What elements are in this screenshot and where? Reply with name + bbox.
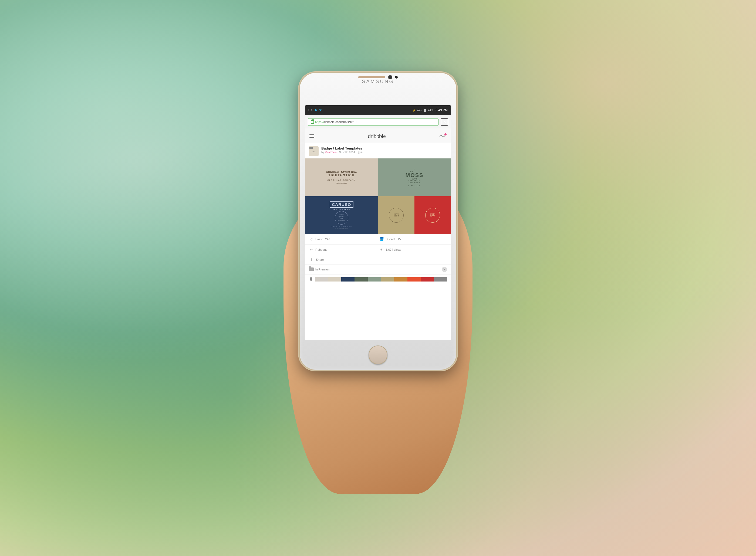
hamburger-icon[interactable] (309, 134, 314, 138)
bucket-action[interactable]: 🪣 Bucket 15 (379, 237, 447, 242)
front-camera (388, 75, 392, 79)
like-bucket-row[interactable]: ♡ Like? 247 🪣 Bucket 15 (305, 234, 451, 245)
status-bar: f ⬆ 🐦 🐦 ⚡ WiFi ▐▌ 44% 8:49 PM (305, 105, 451, 115)
badge-cell-griffin: GRIFFINKNIGHT (378, 196, 414, 234)
palette-row (305, 275, 451, 284)
rebound-icon: ↩ (309, 247, 314, 252)
status-icons-right: ⚡ WiFi ▐▌ 44% 8:49 PM (412, 108, 448, 112)
badge-text-caruso: CARUSO HERITAGE DENIM GOODQUALITY1978AUT… (330, 201, 353, 229)
scene: SAMSUNG f ⬆ 🐦 🐦 (0, 0, 756, 556)
premium-row[interactable]: in Premium ✕ (305, 265, 451, 275)
status-icons-left: f ⬆ 🐦 🐦 (308, 109, 412, 111)
tight-label: ORIGINAL DENIM USA (326, 171, 357, 174)
share-icon: ⬆ (309, 257, 314, 262)
phone-top-bar (351, 73, 405, 79)
like-action[interactable]: ♡ Like? 247 (309, 237, 377, 242)
views-action: 👁 1,674 views (379, 247, 447, 252)
badge-cell-tight-stich: ORIGINAL DENIM USA TIGHT✂STICH CLOTHING … (305, 159, 378, 196)
moss-sub1: HANDMADE (406, 180, 424, 182)
hamburger-line-2 (309, 136, 314, 136)
premium-close-btn[interactable]: ✕ (442, 267, 447, 272)
share-label: Share (316, 258, 324, 261)
swatch-5 (368, 277, 381, 281)
svg-text:RAUL: RAUL (312, 151, 316, 152)
griffin-text: GRIFFINKNIGHT (394, 213, 399, 217)
caruso-circle-text: GOODQUALITY1978AUTHENTIC (338, 214, 346, 221)
moss-num: 2 (406, 168, 424, 171)
hagen-circle: HAGENSUPPLY (425, 208, 440, 223)
phone-hand-wrapper: SAMSUNG f ⬆ 🐦 🐦 (256, 62, 500, 494)
shot-title: Badge / Label Templates (321, 146, 447, 150)
shot-date: Nov 22, 2014 (339, 151, 355, 154)
hagen-content: HAGENSUPPLY (425, 208, 440, 223)
shot-content[interactable]: RAUL Badge / Label Templates by Raul Tac… (305, 143, 451, 340)
lock-icon (311, 120, 314, 124)
bucket-count: 15 (398, 238, 401, 241)
rebound-label: Rebound (315, 248, 328, 251)
shot-meta: by Raul Taciu Nov 22, 2014 | @2x (321, 151, 447, 154)
home-button[interactable] (369, 345, 387, 364)
moss-brand: MOSS (406, 172, 424, 178)
like-label: Like? (315, 238, 322, 241)
griffin-content: GRIFFINKNIGHT (389, 208, 404, 223)
tight-sub: CLOTHING COMPANY (328, 179, 356, 181)
shot-author[interactable]: Raul Taciu (325, 151, 338, 154)
views-label: 1,674 views (386, 248, 402, 251)
https-text: https:// (315, 120, 324, 124)
swatch-2 (328, 277, 341, 281)
badge-cell-hagen: HAGENSUPPLY (414, 196, 451, 234)
palette-colors (315, 277, 447, 281)
heart-icon: ♡ (309, 237, 314, 242)
griffin-circle: GRIFFINKNIGHT (389, 208, 404, 223)
badge-cell-caruso: CARUSO HERITAGE DENIM GOODQUALITY1978AUT… (305, 196, 378, 234)
shot-info: Badge / Label Templates by Raul Taciu No… (321, 146, 447, 154)
shot-image[interactable]: ORIGINAL DENIM USA TIGHT✂STICH CLOTHING … (305, 159, 451, 234)
swatch-3 (341, 277, 354, 281)
caruso-bottom: T·R·D——M·R·K (330, 228, 353, 229)
shot-header: RAUL Badge / Label Templates by Raul Tac… (305, 143, 451, 159)
rebound-action[interactable]: ↩ Rebound (309, 247, 377, 252)
badge-text-tight-stich: ORIGINAL DENIM USA TIGHT✂STICH CLOTHING … (326, 171, 357, 184)
phone-body: SAMSUNG f ⬆ 🐦 🐦 (300, 73, 456, 370)
badge-grid: ORIGINAL DENIM USA TIGHT✂STICH CLOTHING … (305, 159, 451, 234)
swatch-9 (421, 277, 434, 281)
dropper-icon (309, 277, 313, 282)
wifi-icon: WiFi (417, 109, 422, 112)
hamburger-line-3 (309, 137, 314, 138)
url-text: https://dribbble.com/shots/1819 (315, 120, 356, 124)
badge-cell-moss: 2 EST TO MOSS 2004 HANDMADE OUTWEAR S M … (378, 159, 451, 196)
caruso-brand: CARUSO (330, 201, 353, 208)
signal-icon: ▐▌ (423, 109, 427, 112)
fb-icon: f (308, 109, 309, 111)
speaker-grille (358, 76, 385, 78)
url-domain: dribbble.com/shots/1819 (324, 120, 356, 124)
battery-indicator: 44% (428, 109, 433, 112)
bucket-label: Bucket (386, 238, 395, 241)
rebound-views-row[interactable]: ↩ Rebound 👁 1,674 views (305, 245, 451, 255)
swatch-4 (354, 277, 368, 281)
badge-text-moss: 2 EST TO MOSS 2004 HANDMADE OUTWEAR S M … (406, 168, 424, 187)
twitter-icon-2: 🐦 (319, 109, 322, 111)
app-header: dribbble (305, 129, 451, 143)
wave-icon[interactable] (439, 133, 447, 139)
moss-sizes: S M L XL (406, 184, 424, 187)
eye-icon: 👁 (379, 247, 384, 252)
shot-avatar: RAUL (309, 146, 319, 156)
shot-retina: @2x (358, 151, 364, 154)
tight-tagline: TRADE MARK (326, 182, 357, 184)
like-count: 247 (325, 238, 330, 241)
action-divider-1 (378, 237, 378, 242)
caruso-badge-circle: GOODQUALITY1978AUTHENTIC (335, 211, 348, 224)
url-bar[interactable]: https://dribbble.com/shots/1819 5 (305, 115, 451, 129)
time-display: 8:49 PM (436, 108, 448, 112)
bucket-icon: 🪣 (379, 237, 384, 242)
moss-sub2: OUTWEAR (406, 182, 424, 183)
premium-label: in Premium (315, 268, 331, 271)
tab-count[interactable]: 5 (441, 118, 448, 126)
notification-dot (444, 133, 447, 136)
samsung-brand: SAMSUNG (362, 79, 394, 84)
url-input[interactable]: https://dribbble.com/shots/1819 (308, 118, 439, 126)
share-row[interactable]: ⬆ Share (305, 255, 451, 265)
swatch-1 (315, 277, 328, 281)
dribbble-logo: dribbble (368, 133, 385, 140)
